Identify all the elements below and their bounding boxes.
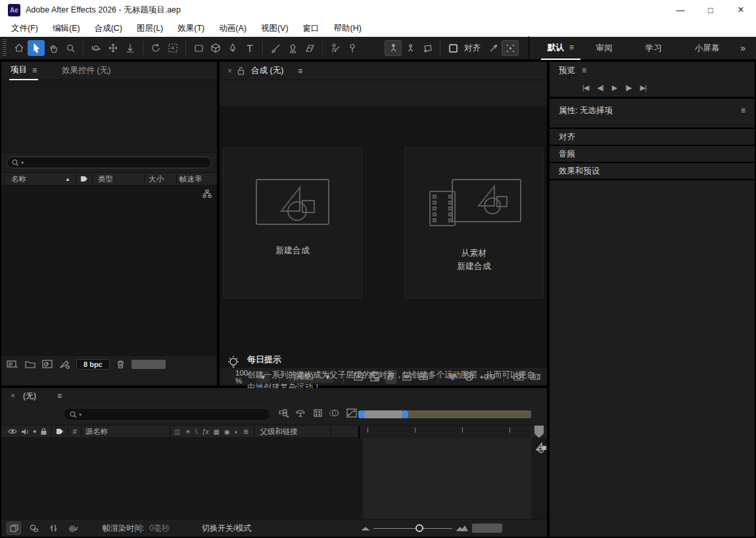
panel-menu-icon[interactable]: ≡ — [741, 106, 745, 115]
type-tool-button[interactable] — [241, 40, 258, 56]
rotation-tool-button[interactable] — [147, 40, 164, 56]
panel-menu-icon[interactable]: ≡ — [298, 66, 302, 76]
play-button[interactable]: ▶ — [612, 84, 617, 92]
column-parent-link[interactable]: 父级和链接 — [260, 427, 298, 437]
navigator-start-handle[interactable] — [358, 410, 364, 418]
shy-layers-toggle[interactable] — [7, 522, 21, 535]
comp-tab-close-icon[interactable]: × — [227, 66, 232, 76]
column-source-name[interactable]: 源名称 — [85, 427, 166, 437]
workspace-overflow-button[interactable]: » — [726, 43, 756, 53]
tab-effect-controls[interactable]: 效果控件 (无) — [60, 62, 112, 80]
last-frame-button[interactable]: ▶| — [640, 84, 646, 92]
frame-blend-toggle[interactable] — [26, 522, 41, 535]
menu-view[interactable]: 视图(V) — [254, 23, 296, 34]
menu-edit[interactable]: 编辑(E) — [45, 23, 87, 34]
timeline-navigator[interactable] — [358, 410, 531, 418]
search-options-chevron-icon[interactable]: ▾ — [79, 412, 82, 418]
timeline-tab-close-icon[interactable]: × — [11, 391, 15, 401]
snap-checkbox[interactable] — [444, 40, 461, 56]
roto-brush-tool-button[interactable] — [327, 40, 344, 56]
tab-timeline[interactable]: (无) — [23, 391, 36, 402]
local-axis-mode-button[interactable] — [385, 40, 402, 56]
collapse-switch-icon[interactable]: ☀ — [185, 428, 191, 435]
timeline-body[interactable] — [1, 438, 547, 520]
audio-speaker-icon[interactable] — [21, 428, 29, 435]
selection-tool-button[interactable] — [28, 40, 45, 56]
zoom-tool-button[interactable] — [62, 40, 79, 56]
solo-icon[interactable]: ● — [33, 428, 36, 435]
rectangle-tool-button[interactable] — [190, 40, 207, 56]
maximize-button[interactable]: □ — [696, 0, 726, 20]
comp-button-icon[interactable] — [534, 442, 547, 454]
navigator-end-handle[interactable] — [402, 410, 408, 418]
color-depth-icon[interactable] — [59, 360, 70, 369]
clone-stamp-tool-button[interactable] — [284, 40, 301, 56]
panel-menu-icon[interactable]: ≡ — [582, 66, 586, 75]
new-composition-from-footage-card[interactable]: 从素材 新建合成 — [404, 147, 544, 299]
zoom-in-mountains-icon[interactable] — [456, 525, 468, 531]
eraser-tool-button[interactable] — [301, 40, 318, 56]
column-size[interactable]: 大小 — [147, 174, 174, 184]
project-item-list[interactable] — [1, 185, 217, 355]
column-index[interactable]: # — [72, 428, 76, 435]
new-composition-card[interactable]: 新建合成 — [223, 147, 362, 299]
effects-presets-panel-header[interactable]: 效果和预设 — [550, 163, 755, 180]
lock-icon[interactable] — [40, 428, 47, 435]
menu-window[interactable]: 窗口 — [296, 23, 327, 34]
properties-panel-header[interactable]: 属性: 无选择项 ≡ — [550, 99, 755, 122]
3d-switch-icon[interactable]: ⊕ — [243, 428, 248, 435]
quality-switch-icon[interactable]: \ — [195, 428, 197, 435]
tab-project[interactable]: 项目 ≡ — [9, 61, 38, 80]
label-tag-icon[interactable] — [80, 175, 88, 183]
workspace-tab-review[interactable]: 审阅 — [590, 36, 619, 60]
shrink-ui-button[interactable] — [484, 40, 502, 56]
menu-animation[interactable]: 动画(A) — [212, 23, 254, 34]
shy-switch-icon[interactable]: ◫ — [174, 428, 180, 435]
timeline-track-area[interactable] — [363, 438, 531, 519]
pan-camera-tool-button[interactable] — [105, 40, 122, 56]
motion-blur-button[interactable] — [327, 406, 342, 420]
workspace-menu-icon[interactable]: ≡ — [569, 43, 574, 52]
new-folder-icon[interactable] — [25, 360, 35, 368]
unlock-icon[interactable] — [237, 66, 245, 75]
orbit-camera-tool-button[interactable] — [87, 40, 105, 56]
panel-menu-icon[interactable]: ≡ — [57, 391, 62, 401]
column-name[interactable]: 名称 — [7, 174, 65, 184]
frame-blend-switch-icon[interactable]: ▦ — [214, 428, 220, 435]
motion-blur-switch-icon[interactable]: ◉ — [224, 428, 230, 435]
live-update-toggle[interactable] — [66, 522, 80, 535]
next-frame-button[interactable]: |▶ — [625, 84, 631, 92]
zoom-slider-track[interactable] — [373, 528, 452, 529]
motion-blur-toggle[interactable] — [46, 522, 60, 535]
mini-flowchart-button[interactable] — [276, 406, 291, 420]
navigator-window[interactable] — [364, 410, 402, 418]
workspace-tab-learn[interactable]: 学习 — [639, 36, 669, 60]
world-axis-mode-button[interactable] — [402, 40, 419, 56]
delete-icon[interactable] — [116, 360, 125, 369]
preview-panel-header[interactable]: 预览 ≡ — [550, 62, 755, 79]
column-framerate[interactable]: 帧速率 — [179, 174, 202, 184]
menu-effect[interactable]: 效果(T) — [170, 23, 212, 34]
new-composition-icon[interactable] — [42, 360, 53, 368]
snap-label[interactable]: 对齐 — [464, 43, 481, 54]
puppet-pin-tool-button[interactable] — [344, 40, 361, 56]
project-flowchart-icon[interactable] — [202, 189, 212, 199]
sort-asc-icon[interactable]: ▲ — [65, 176, 70, 182]
graph-editor-button[interactable] — [344, 406, 359, 420]
menu-help[interactable]: 帮助(H) — [327, 23, 369, 34]
label-tag-icon[interactable] — [56, 428, 64, 435]
hand-tool-button[interactable] — [45, 40, 62, 56]
zoom-out-mountain-icon[interactable] — [362, 526, 369, 531]
fx-switch-icon[interactable]: ƒx — [202, 428, 209, 435]
camera-tool-button[interactable] — [164, 40, 181, 56]
menu-layer[interactable]: 图层(L) — [130, 23, 170, 34]
align-panel-header[interactable]: 对齐 — [550, 129, 755, 146]
zoom-slider-knob[interactable] — [415, 524, 423, 532]
draft-3d-button[interactable] — [293, 406, 308, 420]
menu-composition[interactable]: 合成(C) — [87, 23, 130, 34]
adjustment-switch-icon[interactable]: ◐ — [235, 428, 239, 435]
search-options-chevron-icon[interactable]: ▾ — [21, 160, 24, 166]
workspace-tab-small-screen[interactable]: 小屏幕 — [688, 36, 726, 60]
workspace-tab-default[interactable]: 默认 ≡ — [541, 36, 580, 60]
interpret-footage-icon[interactable] — [7, 360, 18, 369]
